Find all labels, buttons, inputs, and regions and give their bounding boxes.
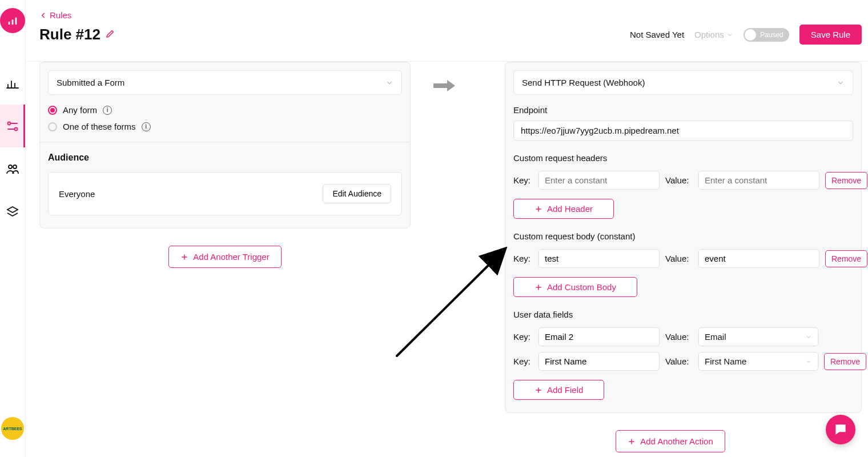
audience-section-title: Audience <box>48 153 402 163</box>
header-key-input[interactable] <box>539 171 660 190</box>
userdata-value-select[interactable]: First Name <box>698 352 818 371</box>
status-toggle[interactable]: Paused <box>744 28 789 42</box>
key-label: Key: <box>513 356 533 366</box>
body-row: Key: Value: Remove <box>513 249 853 268</box>
audience-value: Everyone <box>59 189 95 199</box>
action-panel: Send HTTP Request (Webhook) Endpoint Cus… <box>505 62 862 413</box>
breadcrumb-back[interactable]: Rules <box>39 10 862 20</box>
svg-rect-1 <box>12 19 14 25</box>
add-trigger-label: Add Another Trigger <box>193 252 269 262</box>
value-label: Value: <box>665 175 693 185</box>
header-value-input[interactable] <box>698 171 819 190</box>
trigger-type-select[interactable]: Submitted a Form <box>48 70 402 95</box>
userdata-row: Key: Value: Email <box>513 327 853 346</box>
user-avatar[interactable]: ARTBEES <box>1 417 24 440</box>
nav-automation[interactable] <box>0 105 25 147</box>
radio-icon <box>48 106 57 115</box>
page-title: Rule #12 <box>39 26 101 43</box>
userdata-title: User data fields <box>513 310 853 319</box>
add-trigger-button[interactable]: Add Another Trigger <box>168 246 281 268</box>
info-icon[interactable]: i <box>103 106 112 115</box>
nav-analytics[interactable] <box>0 62 25 105</box>
value-label: Value: <box>665 356 693 366</box>
userdata-value-select[interactable]: Email <box>698 327 818 346</box>
userdata-row: Key: Value: First Name Remove <box>513 352 853 371</box>
body-title: Custom request body (constant) <box>513 231 853 241</box>
body-value-input[interactable] <box>698 249 819 268</box>
userdata-key-input[interactable] <box>539 327 660 346</box>
value-label: Value: <box>665 332 693 342</box>
add-field-label: Add Field <box>547 385 583 395</box>
add-action-button[interactable]: Add Another Action <box>616 430 725 452</box>
radio-any-label: Any form <box>63 105 97 115</box>
radio-specific-forms[interactable]: One of these forms i <box>48 122 402 131</box>
toggle-label: Paused <box>760 31 783 39</box>
add-header-button[interactable]: Add Header <box>513 199 614 219</box>
key-label: Key: <box>513 254 533 263</box>
edit-title-icon[interactable] <box>105 29 115 41</box>
options-label: Options <box>694 30 724 39</box>
audience-box: Everyone Edit Audience <box>48 172 402 215</box>
options-dropdown[interactable]: Options <box>694 30 733 39</box>
value-label: Value: <box>665 254 693 263</box>
trigger-panel: Submitted a Form Any form i One <box>39 62 411 228</box>
header: Rules Rule #12 Not Saved Yet Options <box>26 0 868 62</box>
header-row: Key: Value: Remove <box>513 171 853 190</box>
svg-point-5 <box>9 165 12 169</box>
chat-launcher[interactable] <box>826 415 855 444</box>
svg-rect-0 <box>9 22 10 25</box>
body-key-input[interactable] <box>539 249 660 268</box>
save-status: Not Saved Yet <box>630 30 684 39</box>
save-button[interactable]: Save Rule <box>799 25 862 45</box>
svg-rect-2 <box>15 18 17 25</box>
add-field-button[interactable]: Add Field <box>513 380 604 400</box>
main: Rules Rule #12 Not Saved Yet Options <box>26 0 868 457</box>
nav-content[interactable] <box>0 190 25 233</box>
toggle-knob <box>745 29 756 41</box>
nav-people[interactable] <box>0 147 25 190</box>
sidebar: ARTBEES <box>0 0 26 457</box>
userdata-key-input[interactable] <box>539 352 660 371</box>
avatar-label: ARTBEES <box>3 427 22 431</box>
svg-point-3 <box>8 122 11 125</box>
action-type-select[interactable]: Send HTTP Request (Webhook) <box>513 70 853 95</box>
radio-specific-label: One of these forms <box>63 122 136 131</box>
flow-arrow-icon <box>433 74 456 97</box>
nav <box>0 62 25 233</box>
remove-userdata-button[interactable]: Remove <box>824 353 866 370</box>
content: Submitted a Form Any form i One <box>26 62 868 457</box>
app-logo[interactable] <box>0 8 25 33</box>
trigger-type-label: Submitted a Form <box>57 78 124 87</box>
endpoint-label: Endpoint <box>513 105 853 115</box>
headers-title: Custom request headers <box>513 153 853 163</box>
radio-icon <box>48 122 57 131</box>
add-body-label: Add Custom Body <box>547 282 616 292</box>
add-body-button[interactable]: Add Custom Body <box>513 277 637 297</box>
breadcrumb-label: Rules <box>50 10 71 20</box>
key-label: Key: <box>513 175 533 185</box>
form-scope-group: Any form i One of these forms i <box>40 95 410 142</box>
key-label: Key: <box>513 332 533 342</box>
svg-point-6 <box>13 165 17 169</box>
add-header-label: Add Header <box>547 204 593 214</box>
edit-audience-button[interactable]: Edit Audience <box>323 184 391 203</box>
endpoint-input[interactable] <box>513 121 853 141</box>
svg-point-4 <box>15 127 18 130</box>
action-type-label: Send HTTP Request (Webhook) <box>522 78 645 87</box>
radio-any-form[interactable]: Any form i <box>48 105 402 115</box>
remove-body-button[interactable]: Remove <box>825 250 867 267</box>
add-action-label: Add Another Action <box>640 436 713 446</box>
info-icon[interactable]: i <box>142 122 151 131</box>
remove-header-button[interactable]: Remove <box>825 172 867 189</box>
